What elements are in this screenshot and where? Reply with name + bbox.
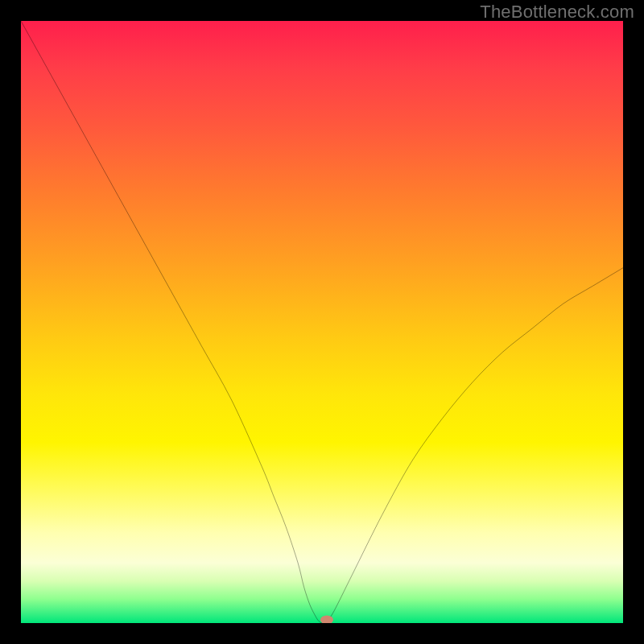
plot-area (21, 21, 623, 623)
optimal-point-marker (320, 616, 333, 623)
chart-frame: TheBottleneck.com (0, 0, 644, 644)
bottleneck-curve (21, 21, 623, 623)
watermark-text: TheBottleneck.com (480, 2, 634, 23)
